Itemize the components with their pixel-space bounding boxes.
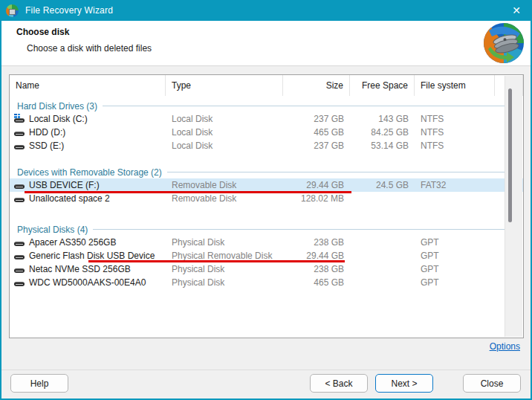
disk-size: 238 GB (283, 264, 350, 274)
disk-file-system: FAT32 (415, 180, 495, 190)
disk-icon (14, 264, 25, 274)
disk-size: 237 GB (283, 114, 350, 124)
disk-type: Physical Disk (166, 264, 283, 274)
disk-name: Local Disk (C:) (29, 114, 88, 124)
disk-free-space: 143 GB (350, 114, 415, 124)
disk-size: 238 GB (283, 237, 350, 248)
windows-disk-icon (14, 114, 25, 124)
disk-size: 465 GB (283, 127, 350, 138)
disk-type: Local Disk (166, 141, 283, 151)
annotation-underline-generic-flash (88, 260, 345, 262)
disk-free-space: 53.14 GB (350, 141, 415, 151)
disk-free-space: 24.5 GB (350, 180, 415, 190)
annotation-underline-usb-device (25, 191, 351, 193)
disk-size: 465 GB (283, 277, 350, 288)
disk-type: Physical Removable Disk (166, 251, 283, 261)
window-title: File Recovery Wizard (25, 5, 113, 16)
app-icon (6, 4, 19, 17)
table-row-unallocated-space-2[interactable]: Unallocated space 2 Removable Disk 128.0… (10, 192, 523, 205)
file-recovery-wizard-window: File Recovery Wizard ✕ Choose disk Choos… (0, 0, 532, 400)
disk-name: HDD (D:) (29, 127, 65, 138)
disk-name: Generic Flash Disk USB Device (29, 251, 155, 261)
table-row-usb-device-f[interactable]: USB DEVICE (F:) Removable Disk 29.44 GB … (10, 178, 523, 192)
table-row-hdd-d[interactable]: HDD (D:) Local Disk 465 GB 84.25 GB NTFS (10, 126, 523, 139)
disk-icon (14, 251, 25, 261)
column-header-free-space[interactable]: Free Space (350, 75, 415, 96)
disk-name: SSD (E:) (29, 141, 64, 151)
vertical-scrollbar[interactable] (505, 76, 522, 337)
group-rule (93, 229, 513, 230)
disk-type: Local Disk (166, 114, 283, 124)
table-row-ssd-e[interactable]: SSD (E:) Local Disk 237 GB 53.14 GB NTFS (10, 139, 523, 152)
disk-type: Removable Disk (166, 180, 283, 190)
disk-file-system: GPT (415, 277, 495, 288)
disk-icon (14, 180, 25, 190)
group-label: Physical Disks (4) (17, 225, 88, 235)
table-row-local-disk-c[interactable]: Local Disk (C:) Local Disk 237 GB 143 GB… (10, 112, 523, 126)
disk-free-space: 84.25 GB (350, 127, 415, 138)
disk-icon (14, 141, 25, 151)
disk-name: WDC WD5000AAKS-00E4A0 (29, 277, 146, 288)
help-button[interactable]: Help (10, 374, 68, 393)
footer-divider (1, 370, 531, 370)
column-header-name[interactable]: Name (10, 75, 166, 96)
column-header-size[interactable]: Size (283, 75, 350, 96)
table-row-netac-nvme[interactable]: Netac NVMe SSD 256GB Physical Disk 238 G… (10, 262, 523, 276)
disk-file-system: GPT (415, 264, 495, 274)
group-removable-storage: Devices with Removable Storage (2) (10, 166, 523, 178)
disk-name: Unallocated space 2 (29, 193, 110, 204)
group-rule (103, 106, 513, 106)
group-physical-disks: Physical Disks (4) (10, 223, 523, 236)
disk-size: 29.44 GB (283, 180, 350, 190)
disk-type: Physical Disk (166, 237, 283, 248)
disk-list-header: Name Type Size Free Space File system (10, 75, 523, 96)
disk-file-system: NTFS (415, 127, 495, 138)
disk-file-system: GPT (415, 251, 495, 261)
app-logo-icon (481, 22, 526, 65)
close-icon[interactable]: ✕ (504, 0, 529, 21)
group-label: Hard Disk Drives (3) (17, 101, 97, 112)
disk-name: Netac NVMe SSD 256GB (29, 264, 131, 274)
disk-size: 237 GB (283, 141, 350, 151)
disk-icon (14, 193, 25, 204)
disk-name: Apacer AS350 256GB (29, 237, 116, 248)
disk-icon (14, 237, 25, 248)
close-button[interactable]: Close (463, 374, 521, 393)
title-bar: File Recovery Wizard ✕ (0, 0, 532, 21)
disk-icon (14, 127, 25, 138)
group-hard-disk-drives: Hard Disk Drives (3) (10, 100, 523, 112)
back-button[interactable]: < Back (310, 374, 368, 393)
options-link[interactable]: Options (490, 341, 520, 352)
disk-size: 128.02 MB (283, 193, 350, 204)
page-subtitle: Choose a disk with deleted files (27, 43, 152, 54)
column-header-type[interactable]: Type (166, 75, 283, 96)
disk-type: Physical Disk (166, 277, 283, 288)
disk-type: Local Disk (166, 127, 283, 138)
table-row-apacer-as350[interactable]: Apacer AS350 256GB Physical Disk 238 GB … (10, 236, 523, 249)
scrollbar-thumb[interactable] (508, 88, 512, 222)
disk-type: Removable Disk (166, 193, 283, 204)
disk-list: Name Type Size Free Space File system Ha… (9, 74, 524, 338)
disk-file-system: GPT (415, 237, 495, 248)
group-label: Devices with Removable Storage (2) (17, 167, 162, 178)
windows-logo-icon (14, 114, 20, 118)
disk-file-system: NTFS (415, 114, 495, 124)
disk-icon (14, 277, 25, 288)
disk-file-system: NTFS (415, 141, 495, 151)
next-button[interactable]: Next > (375, 374, 433, 393)
group-rule (167, 172, 513, 172)
disk-name: USB DEVICE (F:) (29, 180, 100, 190)
page-title: Choose disk (16, 27, 69, 37)
table-row-wdc-wd5000[interactable]: WDC WD5000AAKS-00E4A0 Physical Disk 465 … (10, 276, 523, 289)
wizard-step-header: Choose disk Choose a disk with deleted f… (1, 21, 531, 66)
column-header-file-system[interactable]: File system (415, 75, 495, 96)
disk-size: 29.44 GB (283, 251, 350, 261)
